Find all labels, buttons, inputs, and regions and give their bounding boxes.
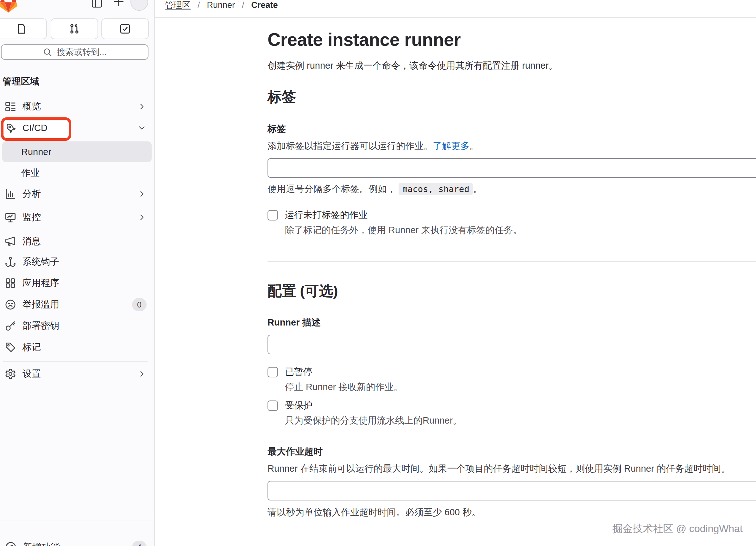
whats-new-count-badge: 4 bbox=[132, 541, 147, 546]
paused-help: 停止 Runner 接收新的作业。 bbox=[285, 381, 756, 393]
runner-description-label: Runner 描述 bbox=[268, 316, 756, 329]
breadcrumb-separator: / bbox=[242, 0, 244, 10]
sidebar-item-labels[interactable]: 标记 bbox=[2, 337, 152, 358]
sidebar-item-label: 监控 bbox=[22, 211, 41, 224]
task-done-icon bbox=[119, 23, 131, 35]
sidebar-toggle-icon[interactable] bbox=[91, 0, 103, 9]
sidebar-footer: 新增功能 4 bbox=[0, 520, 154, 546]
issues-shortcut-button[interactable] bbox=[0, 18, 47, 39]
tag-icon bbox=[5, 342, 16, 353]
admin-create-runner-page: 搜索或转到... 管理区域 概览 CI/CD Runner 作业 分析 bbox=[0, 0, 756, 546]
whats-new-label: 新增功能 bbox=[23, 541, 60, 546]
abuse-icon bbox=[5, 299, 16, 310]
sidebar-item-label: CI/CD bbox=[22, 123, 47, 133]
max-timeout-input[interactable] bbox=[268, 481, 756, 500]
timeout-help: 请以秒为单位输入作业超时时间。必须至少 600 秒。 bbox=[268, 506, 756, 519]
search-icon bbox=[43, 47, 52, 57]
tags-description-text: 添加标签以指定运行器可以运行的作业。 bbox=[268, 141, 433, 151]
chevron-right-icon bbox=[138, 103, 146, 111]
runner-description-input[interactable] bbox=[268, 335, 756, 354]
tags-field-description: 添加标签以指定运行器可以运行的作业。了解更多。 bbox=[268, 140, 756, 153]
breadcrumb-create: Create bbox=[251, 0, 278, 10]
content: Create instance runner 创建实例 runner 来生成一个… bbox=[155, 18, 756, 546]
page-description: 创建实例 runner 来生成一个命令，该命令使用其所有配置注册 runner。 bbox=[268, 60, 756, 72]
untagged-jobs-help: 除了标记的任务外，使用 Runner 来执行没有标签的任务。 bbox=[285, 224, 756, 237]
create-runner-form: Create instance runner 创建实例 runner 来生成一个… bbox=[268, 29, 756, 546]
sidebar-item-jobs[interactable]: 作业 bbox=[2, 163, 152, 184]
tags-section-heading: 标签 bbox=[268, 87, 756, 106]
untagged-jobs-label: 运行未打标签的作业 bbox=[285, 209, 368, 222]
paused-checkbox[interactable] bbox=[268, 367, 278, 377]
config-section-heading: 配置 (可选) bbox=[268, 281, 756, 300]
avatar[interactable] bbox=[130, 0, 148, 11]
sidebar-item-label: Runner bbox=[21, 147, 51, 157]
merge-request-icon bbox=[69, 23, 80, 35]
issue-icon bbox=[16, 23, 27, 35]
chevron-down-icon bbox=[138, 124, 146, 132]
untagged-jobs-row: 运行未打标签的作业 bbox=[268, 209, 756, 222]
top-bar: 管理区 / Runner / Create bbox=[155, 0, 756, 18]
protected-row: 受保护 bbox=[268, 399, 756, 412]
whats-new-item[interactable]: 新增功能 4 bbox=[2, 537, 152, 546]
hook-icon bbox=[5, 256, 16, 268]
sidebar-item-messages[interactable]: 消息 bbox=[2, 231, 152, 252]
sidebar-item-monitoring[interactable]: 监控 bbox=[2, 207, 152, 228]
chevron-right-icon bbox=[138, 190, 146, 198]
sidebar-item-label: 作业 bbox=[21, 167, 40, 179]
megaphone-icon bbox=[5, 236, 16, 247]
sidebar-item-settings[interactable]: 设置 bbox=[2, 363, 152, 384]
sidebar-item-label: 消息 bbox=[22, 235, 41, 248]
tags-input[interactable] bbox=[268, 158, 756, 178]
sidebar-item-cicd[interactable]: CI/CD bbox=[2, 117, 152, 138]
gitlab-logo-icon bbox=[0, 0, 18, 13]
main-area: 管理区 / Runner / Create Create instance ru… bbox=[155, 0, 756, 546]
breadcrumb-runner[interactable]: Runner bbox=[207, 0, 235, 10]
tags-help-suffix: 。 bbox=[473, 184, 482, 194]
sidebar-item-label: 系统钩子 bbox=[22, 256, 59, 268]
key-icon bbox=[5, 320, 16, 331]
page-title: Create instance runner bbox=[268, 29, 756, 50]
apps-icon bbox=[5, 277, 16, 289]
tags-help: 使用逗号分隔多个标签。例如， macos, shared。 bbox=[268, 183, 756, 196]
plus-icon[interactable] bbox=[113, 0, 124, 7]
sidebar-divider bbox=[3, 361, 148, 361]
monitor-icon bbox=[5, 212, 16, 223]
sidebar-item-system-hooks[interactable]: 系统钩子 bbox=[2, 252, 152, 273]
untagged-jobs-checkbox[interactable] bbox=[268, 210, 278, 221]
section-divider bbox=[268, 261, 756, 262]
compass-icon bbox=[5, 541, 17, 546]
protected-label: 受保护 bbox=[285, 399, 312, 412]
sidebar-item-label: 分析 bbox=[22, 188, 41, 200]
sidebar-item-label: 标记 bbox=[22, 341, 41, 354]
breadcrumb-admin-area[interactable]: 管理区 bbox=[165, 0, 191, 11]
timeout-label: 最大作业超时 bbox=[268, 445, 756, 458]
sidebar-item-deploy-keys[interactable]: 部署密钥 bbox=[2, 315, 152, 336]
paused-row: 已暂停 bbox=[268, 366, 756, 378]
breadcrumb-separator: / bbox=[198, 0, 200, 10]
paused-label: 已暂停 bbox=[285, 366, 312, 378]
overview-icon bbox=[5, 101, 16, 112]
learn-more-link[interactable]: 了解更多 bbox=[433, 141, 469, 151]
tags-example-code: macos, shared bbox=[399, 183, 473, 195]
sidebar-item-overview[interactable]: 概览 bbox=[2, 96, 152, 117]
sidebar-item-analytics[interactable]: 分析 bbox=[2, 184, 152, 204]
period-text: 。 bbox=[469, 141, 479, 151]
watermark: 掘金技术社区 @ codingWhat bbox=[613, 522, 743, 536]
sidebar-item-applications[interactable]: 应用程序 bbox=[2, 273, 152, 293]
protected-checkbox[interactable] bbox=[268, 400, 278, 411]
sidebar-section-title: 管理区域 bbox=[3, 75, 39, 88]
rocket-icon bbox=[5, 122, 16, 134]
sidebar-item-runner[interactable]: Runner bbox=[2, 141, 152, 162]
sidebar: 搜索或转到... 管理区域 概览 CI/CD Runner 作业 分析 bbox=[0, 0, 155, 546]
todos-shortcut-button[interactable] bbox=[101, 18, 149, 39]
sidebar-item-label: 设置 bbox=[22, 367, 41, 380]
sidebar-item-abuse-reports[interactable]: 举报滥用 0 bbox=[2, 294, 152, 315]
sidebar-item-label: 部署密钥 bbox=[22, 319, 59, 332]
protected-help: 只为受保护的分支使用流水线上的Runner。 bbox=[285, 414, 756, 427]
timeout-description: Runner 在结束前可以运行的最大时间。如果一个项目的任务超时时间较短，则使用… bbox=[268, 462, 756, 475]
tags-field-label: 标签 bbox=[268, 123, 756, 135]
search-input[interactable]: 搜索或转到... bbox=[1, 44, 148, 60]
breadcrumb: 管理区 / Runner / Create bbox=[165, 0, 278, 13]
search-placeholder: 搜索或转到... bbox=[57, 47, 107, 58]
merge-requests-shortcut-button[interactable] bbox=[51, 18, 98, 39]
